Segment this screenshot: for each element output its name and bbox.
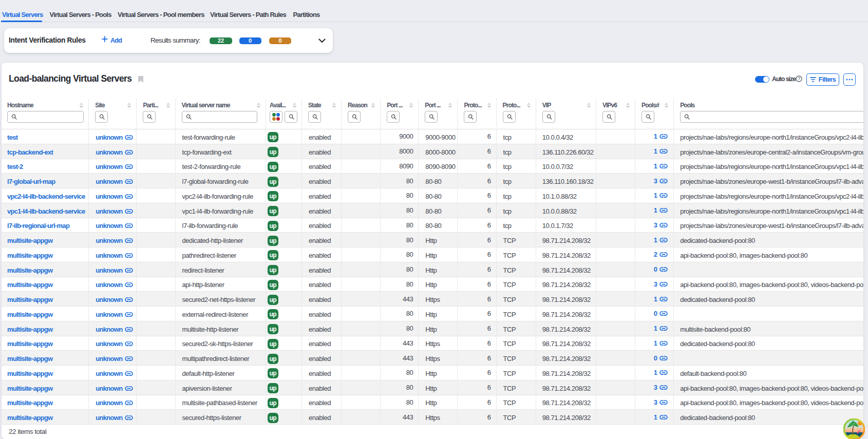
svg-text:?: ? bbox=[798, 76, 800, 81]
